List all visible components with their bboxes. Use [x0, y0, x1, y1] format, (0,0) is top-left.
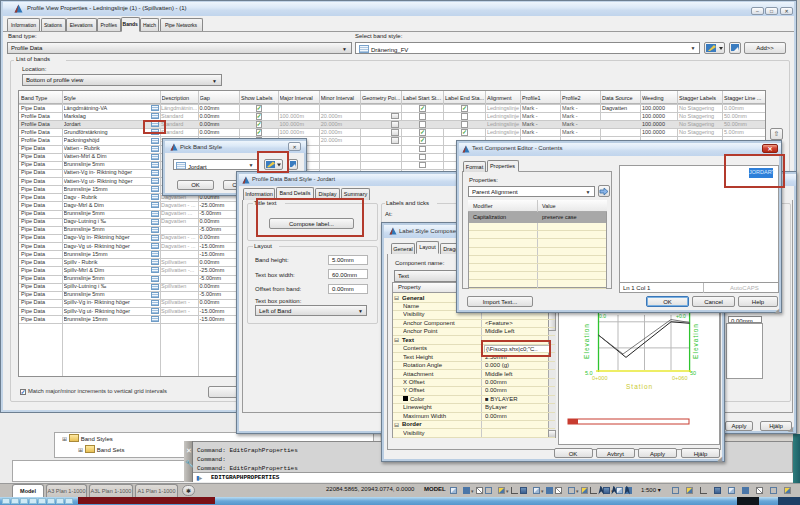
svg-text:0.0: 0.0 — [599, 313, 606, 319]
svg-text:0+060: 0+060 — [672, 375, 687, 381]
svg-text:+0.0: +0.0 — [676, 313, 686, 319]
svg-text:Elevation: Elevation — [692, 323, 699, 359]
svg-text:0+000: 0+000 — [592, 375, 607, 381]
svg-text:Elevation: Elevation — [583, 323, 590, 359]
svg-text:Station: Station — [626, 383, 653, 390]
